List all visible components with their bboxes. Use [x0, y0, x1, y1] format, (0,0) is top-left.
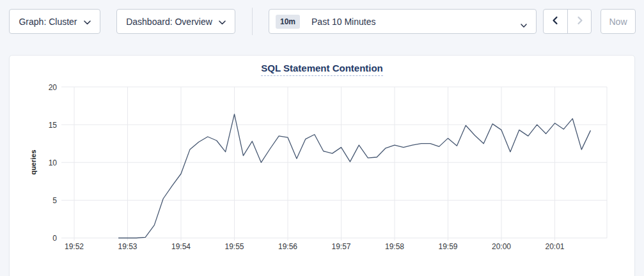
graph-dropdown[interactable]: Graph: Cluster: [9, 9, 100, 34]
x-tick-label: 19:55: [224, 242, 244, 251]
time-back-button[interactable]: [544, 10, 567, 33]
time-forward-button[interactable]: [567, 10, 591, 33]
graph-dropdown-label: Graph: Cluster: [19, 17, 77, 27]
y-axis-label: queries: [29, 150, 37, 174]
dashboard-dropdown-label: Dashboard: Overview: [126, 17, 212, 27]
chevron-down-icon: [521, 20, 527, 30]
x-tick-label: 19:57: [331, 242, 350, 251]
y-tick-label: 10: [49, 158, 58, 167]
chevron-right-icon: [576, 16, 584, 27]
x-tick-label: 19:58: [385, 242, 404, 251]
y-tick-label: 5: [52, 196, 57, 205]
chart-card: SQL Statement Contention 0510152019:5219…: [9, 55, 635, 276]
x-tick-label: 19:59: [438, 242, 457, 251]
chart-canvas[interactable]: 0510152019:5219:5319:5419:5519:5619:5719…: [10, 56, 636, 276]
time-range-selector[interactable]: 10m Past 10 Minutes: [269, 9, 537, 34]
x-tick-label: 20:00: [492, 242, 511, 251]
y-tick-label: 20: [49, 83, 58, 92]
y-tick-label: 0: [52, 234, 57, 243]
time-range-label: Past 10 Minutes: [311, 17, 375, 27]
x-tick-label: 19:53: [118, 242, 137, 251]
chevron-down-icon: [84, 17, 91, 27]
toolbar: Graph: Cluster Dashboard: Overview 10m P…: [0, 0, 644, 34]
chart-title-row: SQL Statement Contention: [10, 56, 634, 76]
chevron-left-icon: [551, 16, 560, 27]
time-range-badge: 10m: [276, 15, 300, 29]
dashboard-dropdown[interactable]: Dashboard: Overview: [116, 9, 235, 34]
toolbar-divider: [252, 8, 253, 35]
y-tick-label: 15: [49, 121, 58, 130]
chart-title[interactable]: SQL Statement Contention: [261, 63, 383, 76]
chart-plot-area[interactable]: [61, 87, 607, 238]
chevron-down-icon: [219, 17, 226, 27]
x-tick-label: 19:56: [278, 242, 297, 251]
x-tick-label: 19:54: [171, 242, 191, 251]
x-tick-label: 19:52: [65, 242, 84, 251]
time-nav-group: [543, 9, 592, 34]
now-button[interactable]: Now: [601, 9, 636, 34]
x-tick-label: 20:01: [545, 242, 564, 251]
